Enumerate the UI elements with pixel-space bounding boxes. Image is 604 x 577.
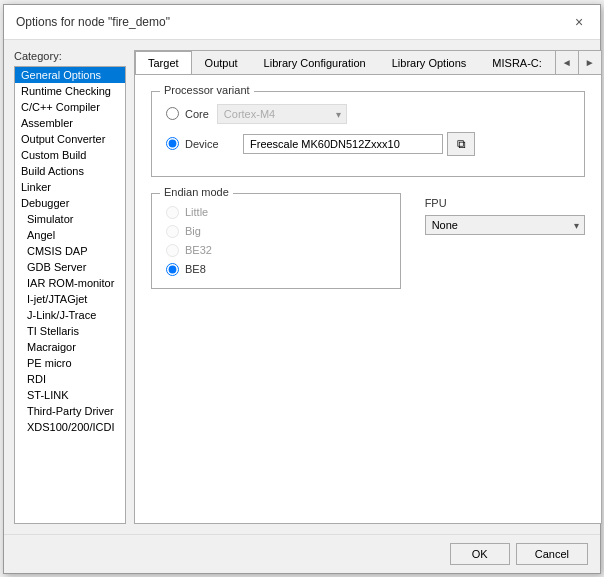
- sidebar-item-gdb-server[interactable]: GDB Server: [15, 259, 125, 275]
- device-row: Device ⧉: [166, 132, 570, 156]
- processor-variant-section: Processor variant Core Cortex-M4: [151, 91, 585, 177]
- sidebar-item-st-link[interactable]: ST-LINK: [15, 387, 125, 403]
- sidebar-item-rdi[interactable]: RDI: [15, 371, 125, 387]
- dialog-body: Category: General OptionsRuntime Checkin…: [4, 40, 600, 534]
- options-dialog: Options for node "fire_demo" × Category:…: [3, 4, 601, 574]
- sidebar-item-cpp-compiler[interactable]: C/C++ Compiler: [15, 99, 125, 115]
- sidebar-item-custom-build[interactable]: Custom Build: [15, 147, 125, 163]
- title-bar: Options for node "fire_demo" ×: [4, 5, 600, 40]
- endian-little: Little: [166, 206, 386, 219]
- sidebar-item-ijet-jtagjet[interactable]: I-jet/JTAGjet: [15, 291, 125, 307]
- ok-button[interactable]: OK: [450, 543, 510, 565]
- sidebar-item-angel[interactable]: Angel: [15, 227, 125, 243]
- sidebar-item-cmsis-dap[interactable]: CMSIS DAP: [15, 243, 125, 259]
- sidebar-item-macraigor[interactable]: Macraigor: [15, 339, 125, 355]
- endian-mode-section: Endian mode Little Big: [151, 193, 401, 289]
- endian-options: Little Big BE32: [166, 206, 386, 276]
- sidebar-item-assembler[interactable]: Assembler: [15, 115, 125, 131]
- cancel-button[interactable]: Cancel: [516, 543, 588, 565]
- tab-output[interactable]: Output: [192, 51, 251, 74]
- tabs-bar: Target Output Library Configuration Libr…: [135, 51, 601, 75]
- endian-little-label: Little: [185, 206, 208, 218]
- endian-be32: BE32: [166, 244, 386, 257]
- endian-be32-radio[interactable]: [166, 244, 179, 257]
- endian-big: Big: [166, 225, 386, 238]
- core-row: Core Cortex-M4: [166, 104, 570, 124]
- fpu-select-wrapper: None VFPv4 VFPv4 SP Only: [425, 215, 585, 235]
- dialog-title: Options for node "fire_demo": [16, 15, 170, 29]
- endian-big-label: Big: [185, 225, 201, 237]
- sidebar-item-linker[interactable]: Linker: [15, 179, 125, 195]
- endian-little-radio[interactable]: [166, 206, 179, 219]
- tab-next-button[interactable]: ►: [578, 51, 601, 74]
- device-label: Device: [185, 138, 235, 150]
- endian-mode-title: Endian mode: [160, 186, 233, 198]
- copy-icon: ⧉: [457, 137, 466, 151]
- tab-prev-button[interactable]: ◄: [555, 51, 578, 74]
- sidebar-list: General OptionsRuntime CheckingC/C++ Com…: [14, 66, 126, 524]
- panel-content: Processor variant Core Cortex-M4: [135, 75, 601, 523]
- fpu-section: FPU None VFPv4 VFPv4 SP Only: [425, 193, 585, 305]
- endian-be8-radio[interactable]: [166, 263, 179, 276]
- core-option: Core: [166, 107, 209, 120]
- sidebar-item-runtime-checking[interactable]: Runtime Checking: [15, 83, 125, 99]
- category-label: Category:: [14, 50, 126, 62]
- sidebar-item-ti-stellaris[interactable]: TI Stellaris: [15, 323, 125, 339]
- core-radio[interactable]: [166, 107, 179, 120]
- processor-variant-title: Processor variant: [160, 84, 254, 96]
- dialog-footer: OK Cancel: [4, 534, 600, 573]
- core-select[interactable]: Cortex-M4: [217, 104, 347, 124]
- fpu-select[interactable]: None VFPv4 VFPv4 SP Only: [425, 215, 585, 235]
- endian-be8-label: BE8: [185, 263, 206, 275]
- tab-library-configuration[interactable]: Library Configuration: [251, 51, 379, 74]
- sidebar: Category: General OptionsRuntime Checkin…: [14, 50, 126, 524]
- endian-fpu-row: Endian mode Little Big: [151, 193, 585, 305]
- endian-big-radio[interactable]: [166, 225, 179, 238]
- tab-misra-c[interactable]: MISRA-C:: [479, 51, 555, 74]
- tab-library-options[interactable]: Library Options: [379, 51, 480, 74]
- sidebar-item-iar-rom-monitor[interactable]: IAR ROM-monitor: [15, 275, 125, 291]
- device-option: Device: [166, 137, 235, 150]
- endian-be8: BE8: [166, 263, 386, 276]
- sidebar-item-simulator[interactable]: Simulator: [15, 211, 125, 227]
- core-select-wrapper: Cortex-M4: [217, 104, 347, 124]
- sidebar-item-pe-micro[interactable]: PE micro: [15, 355, 125, 371]
- sidebar-item-jlink-jtrace[interactable]: J-Link/J-Trace: [15, 307, 125, 323]
- sidebar-item-xds-200[interactable]: XDS100/200/ICDI: [15, 419, 125, 435]
- device-radio[interactable]: [166, 137, 179, 150]
- sidebar-item-debugger[interactable]: Debugger: [15, 195, 125, 211]
- endian-be32-label: BE32: [185, 244, 212, 256]
- core-label: Core: [185, 108, 209, 120]
- device-input[interactable]: [243, 134, 443, 154]
- sidebar-item-output-converter[interactable]: Output Converter: [15, 131, 125, 147]
- main-panel: Target Output Library Configuration Libr…: [134, 50, 602, 524]
- copy-button[interactable]: ⧉: [447, 132, 475, 156]
- sidebar-item-third-party-driver[interactable]: Third-Party Driver: [15, 403, 125, 419]
- fpu-label: FPU: [425, 197, 585, 209]
- tab-target[interactable]: Target: [135, 51, 192, 75]
- sidebar-item-general-options[interactable]: General Options: [15, 67, 125, 83]
- close-button[interactable]: ×: [570, 13, 588, 31]
- device-input-wrapper: ⧉: [243, 132, 475, 156]
- sidebar-item-build-actions[interactable]: Build Actions: [15, 163, 125, 179]
